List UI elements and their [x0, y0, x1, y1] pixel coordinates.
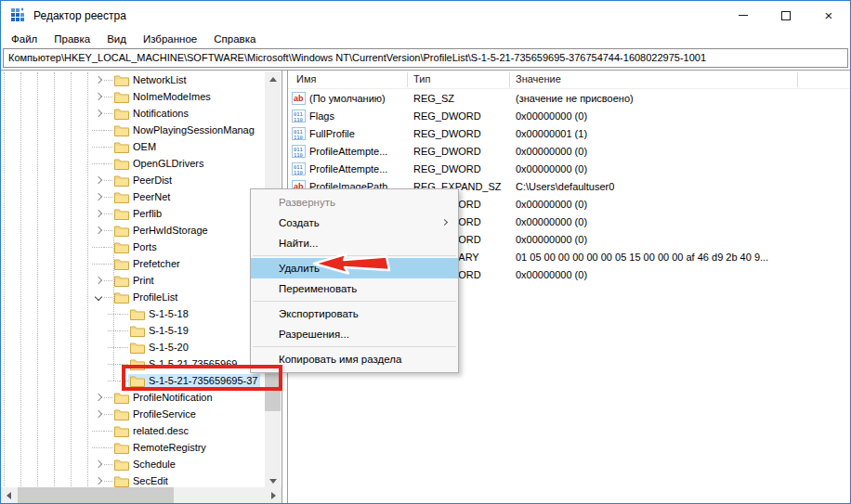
expand-chevron-icon[interactable]: [108, 381, 120, 381]
menu-bar-item[interactable]: Правка: [46, 32, 98, 46]
scroll-right-icon[interactable]: [266, 487, 281, 503]
tree-item[interactable]: OEM: [1, 138, 264, 155]
tree-item[interactable]: NoImeModeImes: [1, 88, 264, 105]
context-menu-item-label: Создать: [279, 217, 320, 228]
tree-item[interactable]: Notifications: [1, 105, 264, 122]
address-input[interactable]: Компьютер\HKEY_LOCAL_MACHINE\SOFTWARE\Mi…: [3, 48, 848, 68]
column-header-type[interactable]: Тип: [413, 73, 430, 84]
column-separator[interactable]: [797, 72, 798, 87]
tree-item-label: NoImeModeImes: [133, 91, 211, 102]
folder-icon: [114, 174, 129, 187]
expand-chevron-icon[interactable]: [92, 71, 104, 88]
close-button[interactable]: ×: [807, 1, 850, 30]
tree-item[interactable]: ProfileService: [1, 406, 264, 422]
context-menu-item[interactable]: Экспортировать: [251, 304, 458, 324]
expand-chevron-icon[interactable]: [92, 456, 104, 472]
expand-chevron-icon[interactable]: [92, 172, 104, 188]
expand-chevron-icon[interactable]: [92, 222, 104, 239]
tree-item[interactable]: PeerNet: [1, 188, 264, 205]
folder-icon: [130, 308, 145, 320]
context-menu-item[interactable]: Создать: [251, 213, 458, 233]
tree-connector: [104, 213, 112, 214]
tree-item[interactable]: Prefetcher: [1, 255, 264, 272]
folder-icon: [114, 124, 129, 136]
menu-bar-item[interactable]: Вид: [98, 32, 135, 46]
value-data: 0x00000000 (0): [516, 213, 587, 231]
expand-chevron-icon[interactable]: [108, 347, 120, 348]
column-separator[interactable]: [509, 72, 510, 87]
expand-chevron-icon[interactable]: [92, 389, 104, 406]
tree-item[interactable]: PeerDist: [1, 172, 264, 188]
tree-item[interactable]: PerHwIdStorage: [1, 222, 264, 239]
menu-bar-item[interactable]: Файл: [3, 32, 46, 46]
expand-chevron-icon[interactable]: [108, 364, 120, 365]
expand-chevron-icon[interactable]: [92, 105, 104, 122]
expand-chevron-icon[interactable]: [92, 163, 104, 164]
scroll-left-icon[interactable]: [1, 487, 17, 503]
registry-value-row[interactable]: ab 011 110 ProfileAttempte... REG_DWORD …: [288, 161, 850, 178]
tree-horizontal-scrollbar[interactable]: [1, 487, 281, 503]
annotation-highlight-box: [122, 365, 282, 391]
tree-item-label: NowPlayingSessionManag: [133, 124, 255, 136]
tree-item[interactable]: S-1-5-20: [1, 339, 264, 355]
column-header-name[interactable]: Имя: [296, 73, 316, 84]
value-data: 0x00000000 (0): [516, 231, 587, 249]
value-data: 0x00000000 (0): [516, 108, 587, 125]
menu-bar-item[interactable]: Справка: [205, 32, 264, 46]
context-menu-item[interactable]: Переименовать: [251, 278, 458, 299]
minimize-button[interactable]: [722, 1, 765, 30]
context-menu-item[interactable]: Найти...: [251, 233, 458, 253]
folder-icon: [114, 225, 129, 237]
folder-icon: [114, 408, 129, 420]
tree-item[interactable]: Print: [1, 272, 264, 289]
tree-item[interactable]: ProfileList: [1, 289, 264, 305]
tree-item[interactable]: Perflib: [1, 205, 264, 222]
value-type: REG_DWORD: [413, 143, 481, 161]
expand-chevron-icon[interactable]: [92, 130, 104, 131]
expand-chevron-icon[interactable]: [92, 205, 104, 222]
expand-chevron-icon[interactable]: [92, 272, 104, 289]
context-menu-item[interactable]: Разрешения...: [251, 324, 458, 344]
tree-connector: [104, 481, 112, 482]
column-separator[interactable]: [407, 72, 408, 87]
expand-chevron-icon[interactable]: [92, 247, 104, 248]
expand-chevron-icon[interactable]: [92, 264, 104, 265]
tree-item[interactable]: NowPlayingSessionManag: [1, 122, 264, 138]
tree-item[interactable]: RemoteRegistry: [1, 439, 264, 456]
tree-item[interactable]: Schedule: [1, 456, 264, 472]
tree-item[interactable]: Ports: [1, 239, 264, 255]
tree-item-label: related.desc: [133, 425, 189, 436]
expand-chevron-icon[interactable]: [92, 188, 104, 205]
tree-item-label: S-1-5-20: [149, 342, 189, 353]
expand-chevron-icon[interactable]: [92, 147, 104, 148]
context-menu-item-label: Копировать имя раздела: [279, 354, 401, 365]
column-header-value[interactable]: Значение: [516, 73, 561, 84]
tree-item[interactable]: ProfileNotification: [1, 389, 264, 406]
scroll-up-icon[interactable]: [265, 71, 281, 87]
tree-item[interactable]: S-1-5-18: [1, 305, 264, 322]
tree-item[interactable]: related.desc: [1, 422, 264, 439]
expand-chevron-icon[interactable]: [92, 406, 104, 422]
tree-item[interactable]: NetworkList: [1, 71, 264, 88]
maximize-button[interactable]: [765, 1, 807, 30]
expand-chevron-icon[interactable]: [92, 447, 104, 448]
tree-item[interactable]: S-1-5-19: [1, 322, 264, 339]
menu-bar-item[interactable]: Избранное: [135, 32, 205, 46]
expand-chevron-icon[interactable]: [92, 289, 104, 305]
scrollbar-thumb[interactable]: [18, 487, 174, 503]
registry-value-row[interactable]: ab 011 110 FullProfile REG_DWORD 0x00000…: [288, 125, 850, 143]
tree-item[interactable]: OpenGLDrivers: [1, 155, 264, 172]
expand-chevron-icon[interactable]: [92, 88, 104, 105]
expand-chevron-icon[interactable]: [108, 330, 120, 331]
folder-icon: [114, 158, 129, 170]
title-bar: Редактор реестра ×: [1, 1, 850, 30]
registry-value-row[interactable]: ab 011 110 Flags REG_DWORD 0x00000000 (0…: [288, 108, 850, 125]
context-menu-item[interactable]: Развернуть: [251, 192, 458, 213]
binary-value-icon: 011 110: [292, 162, 306, 175]
value-name: ProfileAttempte...: [309, 161, 387, 178]
expand-chevron-icon[interactable]: [108, 314, 120, 315]
registry-value-row[interactable]: ab 011 110 ProfileAttempte... REG_DWORD …: [288, 143, 850, 161]
tree-connector: [104, 147, 112, 148]
expand-chevron-icon[interactable]: [92, 431, 104, 432]
registry-value-row[interactable]: ab 011 110 (По умолчанию) REG_SZ (значен…: [288, 90, 850, 108]
